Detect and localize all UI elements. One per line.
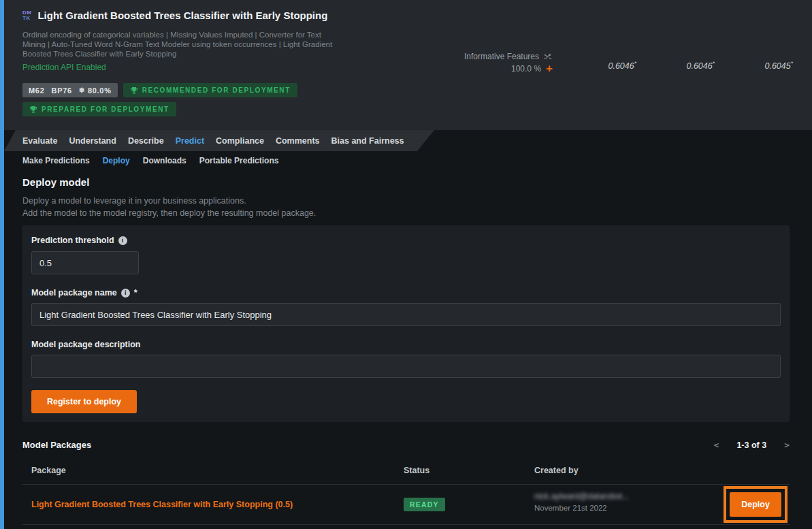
blueprint-number: BP76 <box>52 86 72 95</box>
pagination: < 1-3 of 3 > <box>714 440 790 450</box>
deploy-button[interactable]: Deploy <box>730 492 781 517</box>
package-link[interactable]: Light Gradient Boosted Trees Classifier … <box>31 500 293 509</box>
tab-describe[interactable]: Describe <box>128 136 164 146</box>
left-accent-stripe <box>0 0 4 529</box>
section-title: Deploy model <box>22 176 89 188</box>
created-by-email: nick.aylward@datarobot... <box>534 492 629 501</box>
section-description-line1: Deploy a model to leverage it in your bu… <box>22 196 246 206</box>
badge-row: M62 BP76 ❄ 80.0% RECOMMENDED FOR DEPLOYM… <box>22 83 297 97</box>
sample-percent: 80.0% <box>88 86 112 95</box>
trophy-icon <box>29 106 37 114</box>
column-header-created-by: Created by <box>534 466 579 475</box>
subtab-bar: Make Predictions Deploy Downloads Portab… <box>22 156 278 165</box>
prediction-threshold-input[interactable] <box>31 251 139 274</box>
required-marker: * <box>134 288 137 298</box>
snowflake-icon: ❄ <box>79 86 85 94</box>
tab-comments[interactable]: Comments <box>276 136 320 146</box>
created-date: November 21st 2022 <box>534 504 629 512</box>
column-header-package: Package <box>31 466 66 475</box>
model-type-icon: DM TK <box>22 10 31 21</box>
package-description-input[interactable] <box>31 355 781 378</box>
model-deploy-page: DM TK Light Gradient Boosted Trees Class… <box>0 0 812 529</box>
metric-validation[interactable]: 0.6046* <box>579 60 636 71</box>
package-description-label: Model package description <box>31 340 140 349</box>
divider <box>22 524 790 525</box>
subtab-portable-predictions[interactable]: Portable Predictions <box>199 156 279 165</box>
prediction-api-status[interactable]: Prediction API Enabled <box>22 63 106 72</box>
recommended-for-deployment-badge: RECOMMENDED FOR DEPLOYMENT <box>123 83 297 97</box>
subtab-make-predictions[interactable]: Make Predictions <box>22 156 90 165</box>
pagination-range: 1-3 of 3 <box>736 440 766 450</box>
packages-table-header: Package Status Created by <box>22 466 790 477</box>
tab-bias-and-fairness[interactable]: Bias and Fairness <box>331 136 404 146</box>
subtab-deploy[interactable]: Deploy <box>103 156 130 165</box>
metric-cross-validation[interactable]: 0.6046* <box>657 60 715 71</box>
trophy-icon <box>130 86 138 95</box>
page-title: Light Gradient Boosted Trees Classifier … <box>37 10 327 21</box>
tab-evaluate[interactable]: Evaluate <box>22 136 57 146</box>
badge-row: PREPARED FOR DEPLOYMENT <box>22 102 176 116</box>
tab-compliance[interactable]: Compliance <box>216 136 264 146</box>
badge-label: PREPARED FOR DEPLOYMENT <box>42 106 169 113</box>
prepared-for-deployment-badge: PREPARED FOR DEPLOYMENT <box>22 102 176 116</box>
info-icon[interactable]: i <box>121 289 130 298</box>
table-row: Light Gradient Boosted Trees Classifier … <box>22 485 790 524</box>
feature-list-block: Informative Features 100.0 % + <box>449 52 553 74</box>
tab-predict[interactable]: Predict <box>176 136 204 146</box>
section-description-line2: Add the model to the model registry, the… <box>22 208 316 218</box>
feature-lineage-icon[interactable] <box>544 52 553 61</box>
metric-holdout[interactable]: 0.6045* <box>735 60 793 71</box>
model-id-badge: M62 BP76 ❄ 80.0% <box>22 83 118 97</box>
deploy-form-card: Prediction threshold i Model package nam… <box>22 225 790 422</box>
model-header: DM TK Light Gradient Boosted Trees Class… <box>4 0 812 130</box>
add-sample-icon[interactable]: + <box>546 64 553 74</box>
status-badge: READY <box>404 498 445 511</box>
blueprint-description: Ordinal encoding of categorical variable… <box>22 30 339 59</box>
prediction-threshold-label: Prediction threshold i <box>31 236 127 245</box>
tab-bar: Evaluate Understand Describe Predict Com… <box>4 130 434 151</box>
model-title-row: DM TK Light Gradient Boosted Trees Class… <box>22 10 327 21</box>
info-icon[interactable]: i <box>118 236 127 245</box>
column-header-status: Status <box>404 466 429 475</box>
created-by-cell: nick.aylward@datarobot... November 21st … <box>534 492 629 512</box>
sample-size-label[interactable]: 100.0 % <box>511 64 541 74</box>
feature-list-label[interactable]: Informative Features <box>464 52 539 61</box>
model-packages-title: Model Packages <box>22 440 91 450</box>
deploy-button-highlight: Deploy <box>724 486 787 523</box>
model-number: M62 <box>29 86 45 95</box>
subtab-downloads[interactable]: Downloads <box>143 156 186 165</box>
package-name-input[interactable] <box>31 303 781 326</box>
badge-label: RECOMMENDED FOR DEPLOYMENT <box>142 86 291 94</box>
register-to-deploy-button[interactable]: Register to deploy <box>31 390 137 413</box>
chevron-right-icon[interactable]: > <box>784 440 790 450</box>
tab-understand[interactable]: Understand <box>69 136 116 146</box>
chevron-left-icon[interactable]: < <box>714 440 719 450</box>
package-name-label: Model package name i * <box>31 288 137 298</box>
